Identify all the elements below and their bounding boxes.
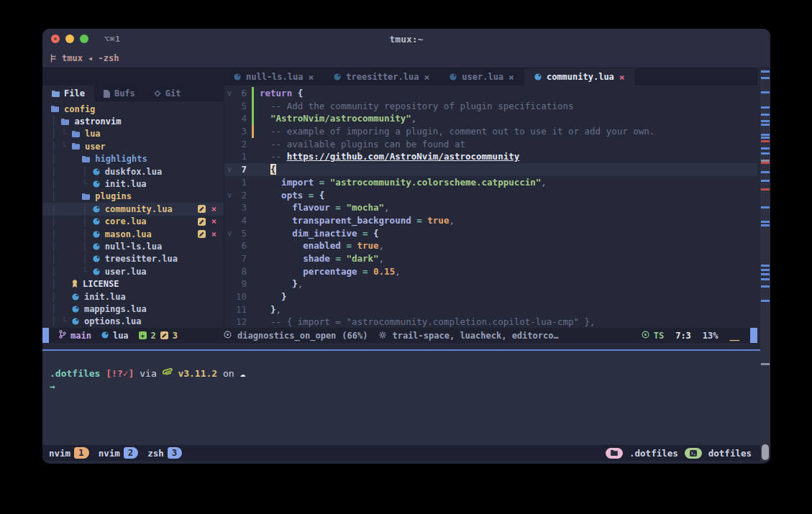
minimap-mark-blue: [761, 106, 770, 109]
code-text: transparent_background = true,: [260, 214, 455, 227]
line-number: 6: [234, 239, 252, 252]
cursor-block: {: [270, 164, 276, 175]
code-line[interactable]: 4 "AstroNvim/astrocommunity",: [224, 112, 757, 125]
code-line[interactable]: v7 {: [224, 163, 757, 176]
code-line[interactable]: 10 }: [224, 290, 757, 303]
buffer-tab-null-ls.lua[interactable]: null-ls.lua×: [224, 68, 324, 86]
code-line[interactable]: 12 -- { import = "astrocommunity.complet…: [224, 316, 757, 328]
close-icon[interactable]: ×: [211, 204, 216, 214]
tree-item-config[interactable]: config: [42, 103, 224, 115]
buffer-tab-user.lua[interactable]: user.lua×: [439, 68, 524, 86]
tree-item-options.lua[interactable]: │ └ options.lua: [42, 316, 224, 328]
fold-chevron-icon[interactable]: v: [224, 189, 234, 202]
code-line[interactable]: 2 -- available plugins can be found at: [224, 138, 757, 151]
code-text: -- https://github.com/AstroNvim/astrocom…: [260, 150, 519, 163]
lua-file-icon: [72, 318, 79, 325]
tree-item-LICENSE[interactable]: │ LICENSE: [42, 277, 224, 290]
code-line[interactable]: v2 opts = {: [224, 189, 757, 202]
line-number: 2: [234, 189, 252, 202]
explorer-tab-git[interactable]: Git: [145, 86, 191, 101]
tree-item-mappings.lua[interactable]: │ mappings.lua: [42, 303, 224, 315]
code-line[interactable]: 5 -- Add the community repository of plu…: [224, 100, 757, 113]
tmux-window-zsh-3[interactable]: zsh3: [147, 447, 182, 459]
line-number: 12: [234, 316, 252, 328]
close-icon[interactable]: ×: [211, 216, 216, 226]
tree-item-mason.lua[interactable]: │ │ mason.lua×: [42, 228, 224, 240]
minimap-mark-blue: [761, 152, 770, 155]
tree-guide: │ │: [51, 242, 93, 252]
code-line[interactable]: 6 enabled = true,: [224, 239, 757, 252]
tree-item-init.lua[interactable]: │ init.lua: [42, 290, 224, 303]
modified-badge-icon: [198, 205, 206, 213]
code-line[interactable]: 9 },: [224, 277, 757, 290]
tree-item-init.lua[interactable]: │ └ init.lua: [42, 178, 224, 190]
line-number: 3: [234, 201, 252, 214]
line-number: 1: [234, 150, 252, 163]
close-icon[interactable]: ×: [619, 72, 625, 83]
lua-file-icon: [93, 231, 100, 238]
tree-item-duskfox.lua[interactable]: │ │ duskfox.lua: [42, 165, 224, 178]
fold-chevron-icon[interactable]: v: [224, 87, 234, 100]
minimap-scrollbar[interactable]: [760, 69, 770, 462]
code-line[interactable]: v6return {: [224, 87, 757, 100]
close-icon[interactable]: ×: [508, 72, 514, 83]
code-line[interactable]: 1 import = "astrocommunity.colorscheme.c…: [224, 176, 757, 189]
close-icon[interactable]: ×: [211, 229, 216, 239]
tree-item-core.lua[interactable]: │ │ core.lua×: [42, 216, 224, 228]
tree-item-plugins[interactable]: │ plugins: [42, 191, 224, 203]
tree-item-null-ls.lua[interactable]: │ │ null-ls.lua: [42, 240, 224, 252]
code-editor[interactable]: v6return {5 -- Add the community reposit…: [224, 86, 757, 328]
explorer-tab-bufs[interactable]: Bufs: [94, 86, 145, 101]
treesitter-segment[interactable]: TS: [642, 331, 664, 341]
tree-item-label: config: [64, 104, 95, 114]
line-number: 6: [234, 87, 252, 100]
tmux-window-nvim-2[interactable]: nvim2: [99, 447, 139, 459]
sign-column: [252, 201, 254, 214]
close-icon[interactable]: ×: [424, 72, 429, 83]
nvim-pane: null-ls.lua×treesitter.lua×user.lua×comm…: [42, 68, 757, 343]
minimap-mark-blue: [761, 171, 770, 173]
buffer-tab-community.lua[interactable]: community.lua×: [524, 68, 635, 86]
git-branch-segment[interactable]: main: [59, 330, 91, 341]
tmux-window-nvim-1[interactable]: nvim1: [49, 447, 89, 459]
fold-column: [224, 239, 234, 252]
folder-icon: [72, 131, 80, 137]
fold-chevron-icon[interactable]: v: [224, 227, 234, 240]
code-line[interactable]: v5 dim_inactive = {: [224, 227, 757, 240]
explorer-tab-file[interactable]: File: [42, 86, 94, 101]
buffer-tab-treesitter.lua[interactable]: treesitter.lua×: [324, 68, 439, 86]
diagnostics-segment[interactable]: diagnostics_on_open (66%): [224, 331, 368, 341]
tmux-window-number: 2: [124, 447, 139, 459]
close-icon[interactable]: ×: [308, 72, 314, 83]
fold-chevron-icon[interactable]: v: [224, 163, 234, 176]
tree-item-community.lua[interactable]: │ │ community.lua×: [42, 203, 224, 215]
diagnostics-percent: (66%): [342, 331, 368, 341]
git-branch-name: main: [70, 331, 91, 341]
fold-column: [224, 201, 234, 214]
code-text: }: [260, 290, 287, 303]
git-stats-segment[interactable]: 2 3: [139, 331, 178, 341]
tree-item-label: LICENSE: [83, 279, 119, 289]
tree-item-lua[interactable]: │ └ lua: [42, 128, 224, 140]
tree-item-highlights[interactable]: │ highlights: [42, 153, 224, 165]
tree-item-user[interactable]: │ └ user: [42, 140, 224, 152]
code-line[interactable]: 4 transparent_background = true,: [224, 214, 757, 227]
lsp-tools-segment[interactable]: trail-space, luacheck, editorco…: [379, 331, 558, 341]
code-line[interactable]: 1 -- https://github.com/AstroNvim/astroc…: [224, 150, 757, 163]
tree-item-user.lua[interactable]: │ └ user.lua: [42, 265, 224, 277]
cloud-icon: ☁: [240, 368, 246, 379]
scrollbar-thumb[interactable]: [762, 444, 769, 460]
shell-pane[interactable]: .dotfiles [!?✓] via v3.11.2 on ☁ →: [42, 351, 770, 445]
fold-column: [224, 125, 234, 138]
minimap-mark-blue: [761, 278, 770, 280]
terminal-tab-label[interactable]: tmux ◂ -zsh: [62, 53, 119, 63]
code-line[interactable]: 7 shade = "dark",: [224, 252, 757, 265]
tree-guide: │ │: [51, 167, 93, 177]
tree-item-astronvim[interactable]: │ astronvim: [42, 115, 224, 127]
code-line[interactable]: 3 -- example of imporing a plugin, comme…: [224, 125, 757, 138]
code-line[interactable]: 8 percentage = 0.15,: [224, 265, 757, 278]
tree-item-label: lua: [85, 129, 101, 139]
tree-item-treesitter.lua[interactable]: │ │ treesitter.lua: [42, 253, 224, 265]
code-line[interactable]: 11 },: [224, 303, 757, 316]
code-line[interactable]: 3 flavour = "mocha",: [224, 201, 757, 214]
